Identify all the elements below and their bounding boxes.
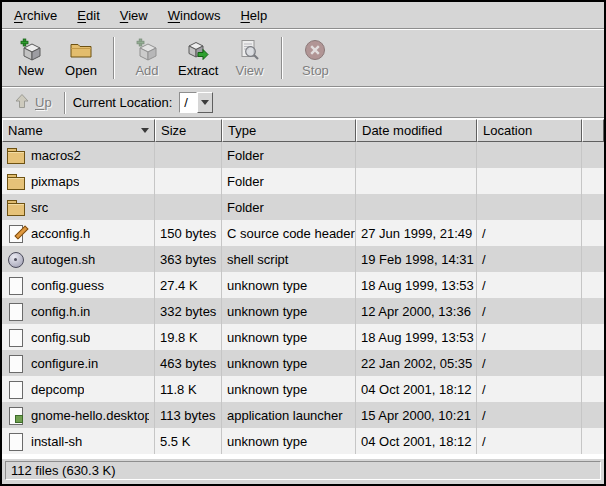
menu-edit-mnemonic: E xyxy=(77,8,86,23)
folder-icon xyxy=(6,199,26,216)
row-filler xyxy=(582,272,604,298)
table-row[interactable]: configure.in 463 bytes unknown type 22 J… xyxy=(2,350,604,376)
file-size: 19.8 K xyxy=(155,324,222,350)
menu-help[interactable]: Help xyxy=(230,3,277,28)
extract-button[interactable]: Extract xyxy=(172,32,224,84)
c-header-icon xyxy=(6,225,26,242)
file-date-modified xyxy=(356,194,477,220)
new-archive-icon xyxy=(19,38,43,62)
file-location xyxy=(477,168,582,194)
menu-edit[interactable]: Edit xyxy=(67,3,109,28)
column-header-location[interactable]: Location xyxy=(477,119,582,142)
file-name-cell: config.h.in xyxy=(2,298,155,324)
open-button-label: Open xyxy=(65,63,97,78)
open-button[interactable]: Open xyxy=(56,32,106,84)
table-row[interactable]: acconfig.h 150 bytes C source code heade… xyxy=(2,220,604,246)
table-row[interactable]: macros2 Folder xyxy=(2,142,604,168)
add-button-label: Add xyxy=(135,63,158,78)
table-row[interactable]: install-sh 5.5 K unknown type 04 Oct 200… xyxy=(2,428,604,454)
add-button[interactable]: Add xyxy=(122,32,172,84)
new-button[interactable]: New xyxy=(6,32,56,84)
file-name-cell: src xyxy=(2,194,155,220)
view-button[interactable]: View xyxy=(224,32,274,84)
table-row[interactable]: gnome-hello.desktop 113 bytes applicatio… xyxy=(2,402,604,428)
extract-icon xyxy=(186,38,210,62)
file-name: depcomp xyxy=(31,382,84,397)
file-name-cell: config.sub xyxy=(2,324,155,350)
file-type: Folder xyxy=(222,168,356,194)
desktop-icon xyxy=(6,407,26,424)
file-date-modified: 22 Jan 2002, 05:35 xyxy=(356,350,477,376)
row-filler xyxy=(582,142,604,168)
file-date-modified: 18 Aug 1999, 13:53 xyxy=(356,272,477,298)
file-date-modified: 27 Jun 1999, 21:49 xyxy=(356,220,477,246)
menu-help-mnemonic: H xyxy=(240,8,249,23)
file-type: Folder xyxy=(222,194,356,220)
location-combo[interactable]: / xyxy=(179,92,213,113)
file-date-modified: 12 Apr 2000, 13:36 xyxy=(356,298,477,324)
file-name: config.guess xyxy=(31,278,104,293)
menu-windows-label: indows xyxy=(180,8,220,23)
archive-manager-window: Archive Edit View Windows Help New xyxy=(0,0,606,486)
row-filler xyxy=(582,402,604,428)
stop-button[interactable]: Stop xyxy=(290,32,340,84)
up-button-label: Up xyxy=(35,95,52,110)
file-location: / xyxy=(477,324,582,350)
column-header-size[interactable]: Size xyxy=(155,119,222,142)
file-list: macros2 Folder pixmaps Folder src Folder… xyxy=(2,142,604,454)
file-name: configure.in xyxy=(31,356,98,371)
statusbar-frame: 112 files (630.3 K) xyxy=(5,461,601,480)
file-size: 5.5 K xyxy=(155,428,222,454)
table-row[interactable]: config.guess 27.4 K unknown type 18 Aug … xyxy=(2,272,604,298)
table-header: Name Size Type Date modified Location xyxy=(2,119,604,142)
menu-windows[interactable]: Windows xyxy=(158,3,231,28)
file-size xyxy=(155,168,222,194)
chevron-down-icon xyxy=(201,100,209,105)
location-bar: Up Current Location: / xyxy=(2,87,604,118)
menu-archive-label: rchive xyxy=(23,8,58,23)
up-button[interactable]: Up xyxy=(9,91,57,114)
file-name: src xyxy=(31,200,48,215)
menu-edit-label: dit xyxy=(86,8,100,23)
table-row[interactable]: src Folder xyxy=(2,194,604,220)
column-header-date-modified[interactable]: Date modified xyxy=(356,119,477,142)
column-header-type[interactable]: Type xyxy=(222,119,356,142)
table-row[interactable]: depcomp 11.8 K unknown type 04 Oct 2001,… xyxy=(2,376,604,402)
row-filler xyxy=(582,376,604,402)
doc-icon xyxy=(6,329,26,346)
combo-dropdown-button[interactable] xyxy=(197,92,213,113)
location-value[interactable]: / xyxy=(179,92,197,113)
up-arrow-icon xyxy=(14,93,30,112)
file-type: Folder xyxy=(222,142,356,168)
add-files-icon xyxy=(135,38,159,62)
doc-icon xyxy=(6,381,26,398)
file-location: / xyxy=(477,402,582,428)
file-size: 11.8 K xyxy=(155,376,222,402)
menu-archive[interactable]: Archive xyxy=(4,3,67,28)
file-location: / xyxy=(477,350,582,376)
menu-view[interactable]: View xyxy=(110,3,158,28)
file-type: unknown type xyxy=(222,350,356,376)
row-filler xyxy=(582,350,604,376)
location-bar-separator xyxy=(64,92,66,114)
view-file-icon xyxy=(237,38,261,62)
row-filler xyxy=(582,324,604,350)
file-table: Name Size Type Date modified Location ma… xyxy=(2,118,604,459)
column-header-name[interactable]: Name xyxy=(2,119,155,142)
sort-indicator-icon xyxy=(141,128,149,133)
table-row[interactable]: pixmaps Folder xyxy=(2,168,604,194)
toolbar-separator xyxy=(281,37,283,79)
doc-icon xyxy=(6,433,26,450)
stop-icon xyxy=(303,38,327,62)
file-size: 463 bytes xyxy=(155,350,222,376)
file-size xyxy=(155,194,222,220)
file-date-modified xyxy=(356,168,477,194)
toolbar: New Open xyxy=(2,29,604,87)
table-row[interactable]: config.sub 19.8 K unknown type 18 Aug 19… xyxy=(2,324,604,350)
table-row[interactable]: config.h.in 332 bytes unknown type 12 Ap… xyxy=(2,298,604,324)
file-type: unknown type xyxy=(222,324,356,350)
table-row[interactable]: autogen.sh 363 bytes shell script 19 Feb… xyxy=(2,246,604,272)
file-location: / xyxy=(477,272,582,298)
file-location: / xyxy=(477,298,582,324)
view-button-label: View xyxy=(235,63,263,78)
